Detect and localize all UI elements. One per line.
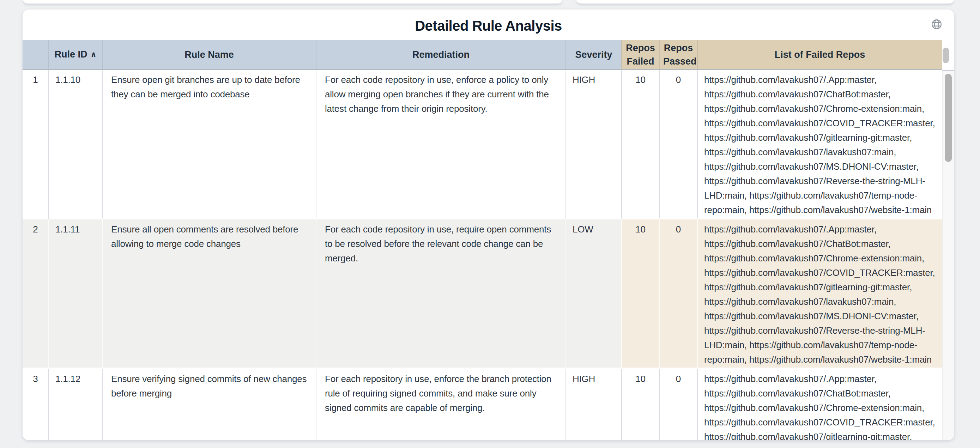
globe-icon[interactable] xyxy=(931,18,943,30)
scrollbar-thumb-fragment xyxy=(943,48,949,63)
cell-repos-failed: 10 xyxy=(621,219,659,369)
data-table: Rule ID∧Rule NameRemediationSeverityRepo… xyxy=(22,40,942,440)
cell-remediation: For each repository in use, enforce the … xyxy=(316,369,565,440)
cell-rule-name: Ensure open git branches are up to date … xyxy=(102,70,316,219)
column-header-label: Severity xyxy=(575,49,612,60)
cell-rule-name: Ensure all open comments are resolved be… xyxy=(102,219,316,369)
cell-index: 3 xyxy=(22,369,48,440)
cell-severity: LOW xyxy=(565,219,621,369)
table-row: 31.1.12Ensure verifying signed commits o… xyxy=(22,369,942,440)
cell-rule-id: 1.1.11 xyxy=(48,219,102,369)
column-header-label: Rule Name xyxy=(185,49,234,60)
cell-repos-failed: 10 xyxy=(621,70,659,219)
table-row: 21.1.11Ensure all open comments are reso… xyxy=(22,219,942,369)
column-header-label: List of Failed Repos xyxy=(775,49,865,60)
scrollbar-thumb[interactable] xyxy=(945,74,952,162)
cell-failed-repos: https://github.com/lavakush07/.App:maste… xyxy=(697,70,942,219)
cell-repos-passed: 0 xyxy=(659,70,697,219)
cell-repos-failed: 10 xyxy=(621,369,659,440)
card-above-left-sliver xyxy=(22,0,563,3)
table-row: 11.1.10Ensure open git branches are up t… xyxy=(22,70,942,219)
detailed-rule-analysis-card: Detailed Rule Analysis Rule ID∧Rule Name… xyxy=(22,10,954,440)
column-header-label: Repos Passed xyxy=(663,43,697,67)
column-header-label: Remediation xyxy=(412,49,469,60)
rule-analysis-table: Rule ID∧Rule NameRemediationSeverityRepo… xyxy=(22,40,954,440)
cell-remediation: For each code repository in use, enforce… xyxy=(316,70,565,219)
cell-failed-repos: https://github.com/lavakush07/.App:maste… xyxy=(697,369,942,440)
sort-ascending-icon: ∧ xyxy=(90,50,96,58)
cell-rule-id: 1.1.12 xyxy=(48,369,102,440)
column-header-repos_failed[interactable]: Repos Failed xyxy=(621,40,659,70)
cell-index: 2 xyxy=(22,219,48,369)
cell-remediation: For each code repository in use, require… xyxy=(316,219,565,369)
column-header-failed_repos[interactable]: List of Failed Repos xyxy=(697,40,942,70)
column-header-index[interactable] xyxy=(22,40,48,70)
column-header-rule_id[interactable]: Rule ID∧ xyxy=(48,40,102,70)
column-header-label: Rule ID xyxy=(54,49,87,60)
page-title: Detailed Rule Analysis xyxy=(22,10,954,33)
vertical-scrollbar[interactable] xyxy=(942,70,954,440)
cell-rule-name: Ensure verifying signed commits of new c… xyxy=(102,369,316,440)
card-header: Detailed Rule Analysis xyxy=(22,10,954,40)
cell-index: 1 xyxy=(22,70,48,219)
column-header-remediation[interactable]: Remediation xyxy=(316,40,565,70)
cell-failed-repos: https://github.com/lavakush07/.App:maste… xyxy=(697,219,942,369)
column-header-severity[interactable]: Severity xyxy=(565,40,621,70)
cell-rule-id: 1.1.10 xyxy=(48,70,102,219)
cell-severity: HIGH xyxy=(565,70,621,219)
column-header-rule_name[interactable]: Rule Name xyxy=(102,40,316,70)
card-above-right-sliver xyxy=(576,0,954,3)
cell-severity: HIGH xyxy=(565,369,621,440)
cell-repos-passed: 0 xyxy=(659,369,697,440)
cell-repos-passed: 0 xyxy=(659,219,697,369)
column-header-repos_passed[interactable]: Repos Passed xyxy=(659,40,697,70)
column-header-label: Repos Failed xyxy=(626,43,655,67)
table-header-row: Rule ID∧Rule NameRemediationSeverityRepo… xyxy=(22,40,942,70)
